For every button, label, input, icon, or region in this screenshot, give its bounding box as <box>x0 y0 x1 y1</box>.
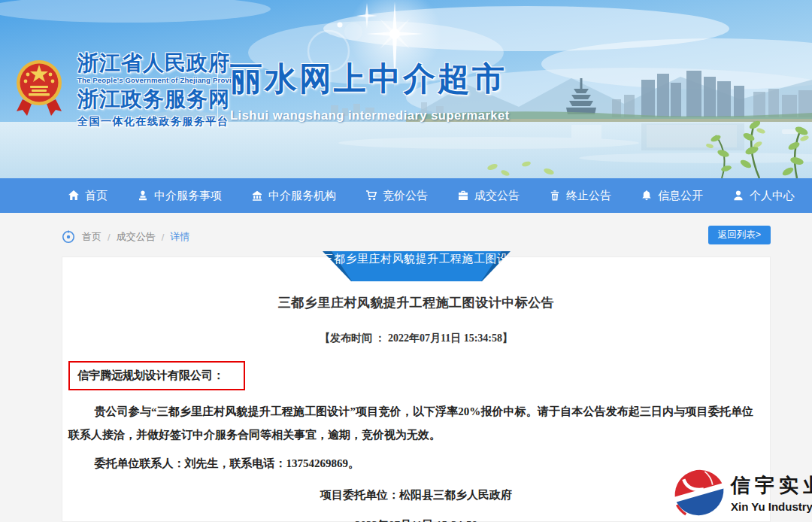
national-emblem-logo <box>15 56 63 117</box>
site-title-block: 丽水网上中介超市 Lishui wangshang intermediary s… <box>230 57 510 123</box>
nav-item-termination-notices[interactable]: 终止公告 <box>549 189 611 203</box>
breadcrumb-home[interactable]: 首页 <box>82 230 102 244</box>
gov-logo-text: 浙江省人民政府 The People's Government of Zheji… <box>77 53 244 126</box>
bank-icon <box>251 190 263 202</box>
watermark-cn: 信宇实业 <box>731 472 812 499</box>
breadcrumb: 首页 / 成交公告 / 详情 返回列表> <box>62 227 771 247</box>
breadcrumb-separator: / <box>162 232 165 243</box>
nav-item-info-disclosure[interactable]: 信息公开 <box>641 189 703 203</box>
nav-item-service-agencies[interactable]: 中介服务机构 <box>251 189 336 203</box>
gov-platform-title: 全国一体化在线政务服务平台 <box>77 116 244 126</box>
nav-label: 个人中心 <box>750 189 795 203</box>
stamp-icon <box>137 190 149 202</box>
nav-item-home[interactable]: 首页 <box>68 189 108 203</box>
nav-label: 信息公开 <box>658 189 703 203</box>
xinyu-logo-icon <box>671 465 727 520</box>
nav-label: 中介服务事项 <box>154 189 222 203</box>
home-icon <box>68 190 80 202</box>
header-divider <box>217 54 218 126</box>
nav-item-bidding-notices[interactable]: 竞价公告 <box>365 189 428 203</box>
xinyu-logo-text: 信宇实业 Xin Yu Industry <box>731 472 812 513</box>
breadcrumb-separator: / <box>108 232 111 243</box>
gov-title: 浙江省人民政府 <box>77 53 244 74</box>
nav-label: 中介服务机构 <box>268 189 336 203</box>
trash-icon <box>549 190 561 202</box>
site-header: 浙江省人民政府 The People's Government of Zheji… <box>0 0 812 178</box>
notice-body: 贵公司参与“三都乡里庄村风貌提升工程施工图设计”项目竞价，以下浮率20%报价中标… <box>68 400 753 447</box>
breadcrumb-detail: 详情 <box>170 230 189 244</box>
nav-label: 首页 <box>85 189 108 203</box>
page: 浙江省人民政府 The People's Government of Zheji… <box>0 0 812 522</box>
nav-label: 终止公告 <box>566 189 611 203</box>
person-icon <box>732 190 744 202</box>
back-to-list-button[interactable]: 返回列表> <box>708 226 771 244</box>
nav-item-personal-center[interactable]: 个人中心 <box>732 189 795 203</box>
recipient-highlight-box: 信宇腾远规划设计有限公司： <box>68 361 245 390</box>
nav-label: 成交公告 <box>474 189 520 203</box>
bell-icon <box>641 190 653 202</box>
nav-item-service-items[interactable]: 中介服务事项 <box>137 189 222 203</box>
cart-icon <box>365 190 377 202</box>
briefcase-icon <box>457 190 469 202</box>
compass-icon <box>62 230 75 244</box>
main-nav: 首页 中介服务事项 中介服务机构 竞价公告 成交公告 终止公告 信息公开 个人 <box>0 178 812 213</box>
site-title: 丽水网上中介超市 <box>230 57 510 101</box>
ribbon-title: 三都乡里庄村风貌提升工程施工图设计 <box>323 251 511 281</box>
publish-time: 【发布时间 ： 2022年07月11日 15:34:58】 <box>62 332 770 345</box>
xinyu-watermark: 信宇实业 Xin Yu Industry <box>671 465 812 520</box>
watermark-en: Xin Yu Industry <box>731 500 812 513</box>
gov-title-en: The People's Government of Zhejiang Prov… <box>77 77 244 84</box>
nav-item-deal-notices[interactable]: 成交公告 <box>457 189 520 203</box>
site-title-en: Lishui wangshang intermediary supermarke… <box>230 108 510 123</box>
date-line: 2022年07月11日 15:34:58 <box>62 518 770 522</box>
notice-card: 三都乡里庄村风貌提升工程施工图设计 三都乡里庄村风貌提升工程施工图设计中标公告 … <box>62 256 771 522</box>
client-line: 项目委托单位：松阳县三都乡人民政府 <box>62 488 770 502</box>
project-ribbon: 三都乡里庄村风貌提升工程施工图设计 <box>323 251 511 281</box>
gov-service-title: 浙江政务服务网 <box>77 89 244 110</box>
breadcrumb-deal-notices[interactable]: 成交公告 <box>117 230 156 244</box>
contact-line: 委托单位联系人：刘先生，联系电话：13754269869。 <box>68 457 753 471</box>
nav-label: 竞价公告 <box>383 189 428 203</box>
